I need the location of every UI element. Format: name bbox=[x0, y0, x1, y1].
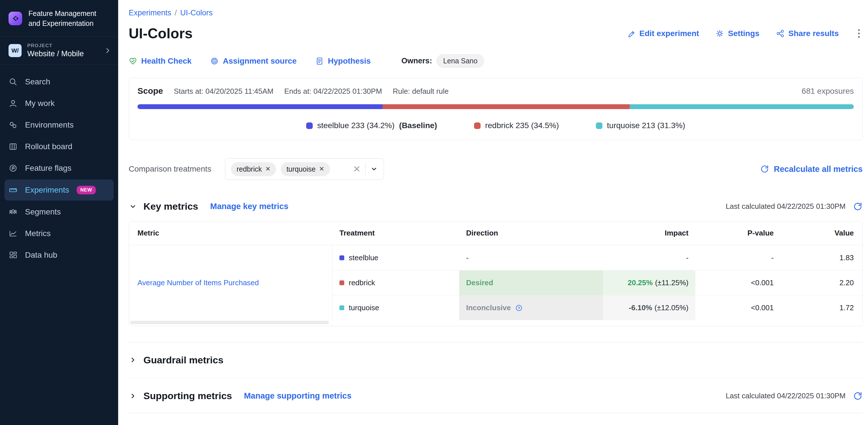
treatment-cell-steelblue: steelblue bbox=[333, 245, 459, 270]
metric-link[interactable]: Average Number of Items Purchased bbox=[137, 278, 259, 287]
chip-label: redbrick bbox=[237, 165, 262, 173]
treatment-name: turquoise bbox=[349, 303, 379, 312]
treatment-distribution-bar bbox=[137, 104, 854, 109]
sidebar-item-metrics[interactable]: Metrics bbox=[0, 223, 118, 244]
chip-turquoise[interactable]: turquoise ✕ bbox=[281, 162, 330, 176]
treatments-multiselect[interactable]: redbrick ✕ turquoise ✕ ✕ bbox=[225, 158, 384, 180]
refresh-icon bbox=[760, 164, 769, 174]
legend-item-redbrick: redbrick 235 (34.5%) bbox=[474, 121, 559, 130]
value-cell: 1.83 bbox=[780, 245, 862, 270]
project-label: PROJECT bbox=[27, 43, 84, 49]
share-results-label: Share results bbox=[788, 29, 839, 38]
direction-cell-desired: Desired bbox=[459, 270, 603, 295]
impact-percent: 20.25% bbox=[628, 278, 653, 287]
sidebar-item-rollout-board[interactable]: Rollout board bbox=[0, 136, 118, 157]
col-header-impact: Impact bbox=[603, 229, 695, 238]
experiment-links: Health Check Assignment source Hypothesi… bbox=[129, 54, 863, 68]
experiments-icon bbox=[8, 185, 18, 194]
main-content: Experiments / UI-Colors UI-Colors Edit e… bbox=[118, 0, 868, 425]
breadcrumb: Experiments / UI-Colors bbox=[129, 8, 863, 17]
redbrick-swatch bbox=[474, 122, 480, 129]
col-header-direction: Direction bbox=[459, 229, 603, 238]
direction-cell-inconclusive: Inconclusive ? bbox=[459, 295, 603, 320]
last-calculated-text: Last calculated 04/22/2025 01:30PM bbox=[726, 392, 845, 400]
divider bbox=[365, 163, 366, 175]
p-value-cell: <0.001 bbox=[695, 270, 780, 295]
value-cell: 1.72 bbox=[780, 295, 862, 320]
divider bbox=[129, 342, 863, 343]
data-hub-icon bbox=[8, 250, 18, 260]
comparison-label: Comparison treatments bbox=[129, 164, 211, 174]
sidebar-item-environments[interactable]: Environments bbox=[0, 114, 118, 136]
supporting-metrics-header: Supporting metrics Manage supporting met… bbox=[129, 390, 863, 401]
recalculate-label: Recalculate all metrics bbox=[774, 164, 863, 174]
more-options-button[interactable] bbox=[855, 28, 863, 39]
horizontal-scrollbar[interactable] bbox=[130, 321, 329, 324]
sidebar: Feature Management and Experimentation W… bbox=[0, 0, 118, 425]
exposures-count: 681 exposures bbox=[802, 87, 854, 96]
page-title: UI-Colors bbox=[129, 25, 193, 42]
remove-chip-icon[interactable]: ✕ bbox=[265, 165, 270, 173]
chevron-down-icon[interactable] bbox=[370, 165, 378, 173]
sidebar-item-my-work[interactable]: My work bbox=[0, 93, 118, 114]
header-actions: Edit experiment Settings Share results bbox=[627, 28, 863, 39]
sidebar-item-feature-flags[interactable]: Feature flags bbox=[0, 157, 118, 179]
edit-experiment-button[interactable]: Edit experiment bbox=[627, 29, 699, 38]
clear-all-icon[interactable]: ✕ bbox=[353, 164, 361, 174]
refresh-icon[interactable] bbox=[853, 391, 863, 401]
settings-button[interactable]: Settings bbox=[715, 29, 759, 38]
sidebar-item-label: Feature flags bbox=[25, 164, 71, 173]
treatment-name: redbrick bbox=[349, 278, 375, 287]
legend-label: turquoise 213 (31.3%) bbox=[607, 121, 685, 130]
expand-supporting-metrics-icon[interactable] bbox=[129, 392, 137, 400]
remove-chip-icon[interactable]: ✕ bbox=[319, 165, 324, 173]
project-name: Website / Mobile bbox=[27, 50, 84, 58]
bar-segment-redbrick bbox=[382, 104, 630, 109]
svg-text:?: ? bbox=[518, 306, 520, 310]
col-header-metric: Metric bbox=[129, 229, 333, 238]
manage-supporting-metrics-link[interactable]: Manage supporting metrics bbox=[244, 391, 352, 401]
split-logo-icon bbox=[8, 12, 22, 25]
chip-label: turquoise bbox=[286, 165, 315, 173]
supporting-metrics-title: Supporting metrics bbox=[144, 390, 232, 401]
chip-redbrick[interactable]: redbrick ✕ bbox=[231, 162, 276, 176]
sidebar-item-label: Segments bbox=[25, 207, 61, 216]
brand: Feature Management and Experimentation bbox=[0, 0, 118, 36]
breadcrumb-experiments-link[interactable]: Experiments bbox=[129, 8, 171, 17]
p-value-cell: - bbox=[695, 245, 780, 270]
baseline-label: (Baseline) bbox=[399, 121, 437, 130]
app-screen: Feature Management and Experimentation W… bbox=[0, 0, 868, 425]
health-check-link[interactable]: Health Check bbox=[129, 57, 191, 66]
sidebar-item-search[interactable]: Search bbox=[0, 71, 118, 93]
sidebar-item-experiments[interactable]: Experiments NEW bbox=[4, 180, 114, 201]
sidebar-item-label: Experiments bbox=[25, 185, 69, 194]
page-header: UI-Colors Edit experiment Settings Share… bbox=[129, 25, 863, 42]
breadcrumb-current-link[interactable]: UI-Colors bbox=[180, 8, 213, 17]
p-value-cell: <0.001 bbox=[695, 295, 780, 320]
expand-guardrail-metrics-icon[interactable] bbox=[129, 356, 137, 364]
guardrail-metrics-title: Guardrail metrics bbox=[144, 355, 223, 366]
hypothesis-link[interactable]: Hypothesis bbox=[315, 57, 371, 66]
environments-icon bbox=[8, 120, 18, 129]
sidebar-item-label: Data hub bbox=[25, 250, 57, 260]
owner-chip[interactable]: Lena Sano bbox=[437, 54, 484, 68]
value-cell: 2.20 bbox=[780, 270, 862, 295]
sidebar-item-segments[interactable]: Segments bbox=[0, 201, 118, 223]
collapse-key-metrics-icon[interactable] bbox=[129, 202, 137, 211]
metrics-icon bbox=[8, 229, 18, 238]
assignment-source-link[interactable]: Assignment source bbox=[210, 57, 297, 66]
help-icon[interactable]: ? bbox=[515, 304, 523, 312]
edit-experiment-label: Edit experiment bbox=[639, 29, 699, 38]
sidebar-item-data-hub[interactable]: Data hub bbox=[0, 244, 118, 266]
comparison-row: Comparison treatments redbrick ✕ turquoi… bbox=[129, 158, 863, 180]
treatment-cell-redbrick: redbrick bbox=[333, 270, 459, 295]
project-avatar: W/ bbox=[8, 44, 22, 57]
gear-icon bbox=[715, 29, 724, 38]
recalculate-all-metrics-button[interactable]: Recalculate all metrics bbox=[760, 164, 863, 174]
manage-key-metrics-link[interactable]: Manage key metrics bbox=[210, 202, 288, 211]
refresh-icon[interactable] bbox=[853, 202, 863, 211]
project-switcher[interactable]: W/ PROJECT Website / Mobile bbox=[0, 37, 118, 64]
share-results-button[interactable]: Share results bbox=[776, 29, 839, 38]
sidebar-item-label: Metrics bbox=[25, 229, 51, 238]
sidebar-item-label: My work bbox=[25, 99, 55, 108]
